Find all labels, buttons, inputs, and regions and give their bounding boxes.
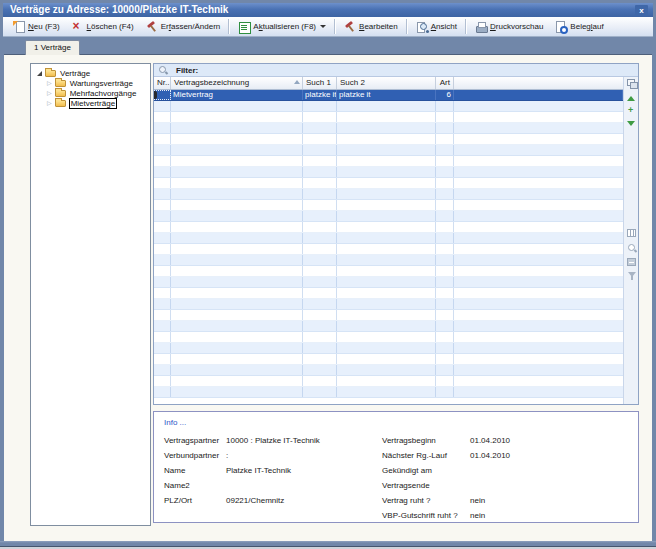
info-column-left: Vertragspartner10000 : Platzke IT-Techni…	[164, 433, 320, 508]
grid-row[interactable]	[154, 145, 623, 156]
column-header-bezeichnung[interactable]: Vertragsbezeichnung	[171, 77, 303, 89]
info-row: Nächster Rg.-Lauf01.04.2010	[382, 448, 510, 463]
cell-bezeichnung	[171, 145, 303, 155]
grid-row[interactable]	[154, 277, 623, 288]
grid-row[interactable]	[154, 134, 623, 145]
cell-such1	[303, 200, 337, 210]
grid-row[interactable]	[154, 321, 623, 332]
tree-item-label: Mehrfachvorgänge	[69, 89, 138, 98]
expander-collapsed-icon[interactable]	[47, 100, 52, 106]
info-value: Platzke IT-Technik	[226, 463, 291, 478]
grid-row[interactable]	[154, 156, 623, 167]
grid-row[interactable]	[154, 123, 623, 134]
grid-row[interactable]	[154, 112, 623, 123]
info-value: nein	[470, 493, 485, 508]
tree-item[interactable]: Wartungsverträge	[31, 78, 150, 88]
column-chooser-icon[interactable]	[627, 79, 637, 88]
cell-filler	[454, 167, 623, 177]
grid-row[interactable]	[154, 211, 623, 222]
tree-item[interactable]: Mehrfachvorgänge	[31, 88, 150, 98]
grid-row[interactable]	[154, 178, 623, 189]
cell-filler	[454, 112, 623, 122]
scroll-down-icon[interactable]	[627, 121, 635, 126]
dropdown-arrow-icon[interactable]	[320, 25, 326, 28]
expander-collapsed-icon[interactable]	[47, 80, 52, 86]
grid-row[interactable]	[154, 365, 623, 376]
column-header-nr[interactable]: Nr..	[154, 77, 171, 89]
filter-funnel-icon[interactable]	[627, 272, 637, 281]
tree-item-root[interactable]: Verträge	[31, 68, 150, 78]
expander-expanded-icon[interactable]	[37, 71, 42, 76]
column-header-such2[interactable]: Such 2	[337, 77, 436, 89]
cell-nr	[154, 178, 171, 188]
cell-bezeichnung	[171, 310, 303, 320]
scroll-up-icon[interactable]	[627, 96, 635, 101]
export-icon[interactable]	[627, 258, 636, 266]
aktualisieren-button[interactable]: Aktualisieren (F8)	[232, 18, 332, 35]
cell-art	[436, 134, 454, 144]
grid-row-selected[interactable]: Mietvertragplatzke itplatzke it6	[154, 90, 623, 101]
erfassen-aendern-button[interactable]: Erfassen/Ändern	[140, 18, 227, 35]
grid-row[interactable]	[154, 101, 623, 112]
druckvorschau-button[interactable]: Druckvorschau	[469, 18, 549, 35]
grid-row[interactable]	[154, 167, 623, 178]
app-window: Verträge zu Adresse: 10000/Platzke IT-Te…	[0, 0, 656, 549]
cell-such1	[303, 266, 337, 276]
tab-label: 1 Verträge	[34, 43, 71, 52]
cell-such2	[337, 222, 436, 232]
grid-row[interactable]	[154, 376, 623, 387]
grid-row[interactable]	[154, 189, 623, 200]
beleglauf-button[interactable]: Beleglauf	[549, 18, 609, 35]
cell-such2	[337, 321, 436, 331]
ansicht-button[interactable]: Ansicht	[410, 18, 463, 35]
column-header-label: Such 1	[306, 78, 331, 87]
grid-row[interactable]	[154, 222, 623, 233]
cell-such2	[337, 332, 436, 342]
grid-row[interactable]	[154, 200, 623, 211]
grid-row[interactable]	[154, 354, 623, 365]
show-columns-icon[interactable]	[627, 229, 636, 237]
cell-nr	[154, 123, 171, 133]
loeschen-button[interactable]: Löschen (F4)	[66, 18, 140, 35]
grid-row[interactable]	[154, 310, 623, 321]
close-button[interactable]: x	[635, 5, 648, 16]
grid-row[interactable]	[154, 288, 623, 299]
cell-filler	[454, 101, 623, 111]
grid-row[interactable]	[154, 244, 623, 255]
cell-filler	[454, 266, 623, 276]
cell-nr	[154, 332, 171, 342]
tree-item[interactable]: Mietverträge	[31, 98, 150, 108]
add-row-icon[interactable]	[628, 106, 633, 115]
cell-such1	[303, 321, 337, 331]
grid-row[interactable]	[154, 266, 623, 277]
cell-such1	[303, 233, 337, 243]
grid-filter-row[interactable]: Filter:	[154, 64, 638, 77]
column-header-filler[interactable]	[454, 77, 623, 89]
grid-row[interactable]	[154, 387, 623, 398]
info-label: Gekündigt am	[382, 463, 470, 478]
info-value: 01.04.2010	[470, 433, 510, 448]
bearbeiten-button[interactable]: Bearbeiten	[338, 18, 404, 35]
cell-art	[436, 376, 454, 386]
column-header-such1[interactable]: Such 1	[303, 77, 337, 89]
cell-filler	[454, 123, 623, 133]
tab-vertraege[interactable]: 1 Verträge	[25, 40, 80, 55]
grid-row[interactable]	[154, 255, 623, 266]
toolbar-button-label: Aktualisieren (F8)	[253, 22, 316, 31]
search-icon[interactable]	[627, 243, 637, 253]
grid-row[interactable]	[154, 343, 623, 354]
neu-button[interactable]: Neu (F3)	[7, 18, 66, 35]
column-header-art[interactable]: Art	[436, 77, 454, 89]
cell-art	[436, 343, 454, 353]
toolbar-button-label: Ansicht	[431, 22, 457, 31]
cell-filler	[454, 189, 623, 199]
expander-collapsed-icon[interactable]	[47, 90, 52, 96]
new-page-icon	[13, 21, 25, 33]
cell-art	[436, 244, 454, 254]
page-run-icon	[555, 21, 567, 33]
cell-such1	[303, 244, 337, 254]
title-bar: Verträge zu Adresse: 10000/Platzke IT-Te…	[3, 3, 653, 17]
grid-row[interactable]	[154, 332, 623, 343]
grid-row[interactable]	[154, 233, 623, 244]
grid-row[interactable]	[154, 299, 623, 310]
